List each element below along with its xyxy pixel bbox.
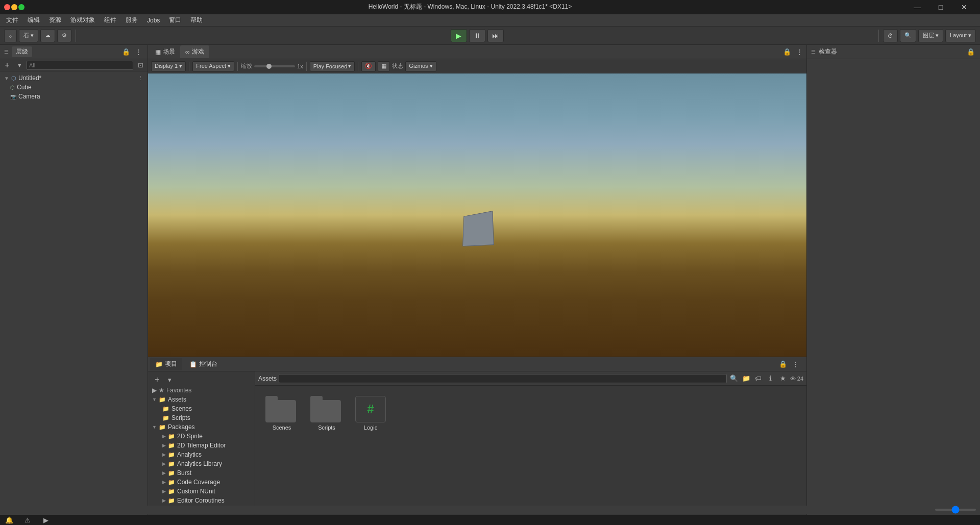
coroutines-item[interactable]: ▶ 📁 Editor Coroutines xyxy=(148,496,255,505)
menu-gameobject[interactable]: 游戏对象 xyxy=(66,15,99,26)
assets-content: Scenes Scripts # Logic xyxy=(255,386,806,525)
pivot-tool[interactable]: 石 ▾ xyxy=(19,29,38,42)
hierarchy-more-btn[interactable]: ⋮ xyxy=(133,47,143,57)
assets-search-icon[interactable]: 🔍 xyxy=(729,373,739,384)
hierarchy-search-icon[interactable]: ⊡ xyxy=(135,60,145,70)
menu-jobs[interactable]: Jobs xyxy=(143,16,164,25)
project-tab[interactable]: 📁 项目 xyxy=(150,358,182,370)
window-title: HelloWorld - 无标题 - Windows, Mac, Linux -… xyxy=(35,3,905,11)
hierarchy-toolbar: + ▾ ⊡ xyxy=(0,59,148,71)
assets-path-label: Assets xyxy=(258,375,277,382)
tilemap-arrow: ▶ xyxy=(162,443,166,448)
game-more-btn[interactable]: ⋮ xyxy=(794,47,804,57)
sprite-arrow: ▶ xyxy=(162,434,166,439)
game-tab[interactable]: ∞ 游戏 xyxy=(180,45,209,58)
status-bell-icon[interactable]: 🔔 xyxy=(4,515,14,526)
coverage-item[interactable]: ▶ 📁 Code Coverage xyxy=(148,478,255,487)
pause-button[interactable]: ⏸ xyxy=(469,29,485,42)
menu-services[interactable]: 服务 xyxy=(121,15,142,26)
hierarchy-tab[interactable]: 层级 xyxy=(12,46,32,57)
layout-btn[interactable]: Layout ▾ xyxy=(945,29,976,42)
step-button[interactable]: ⏭ xyxy=(487,29,504,42)
play-button[interactable]: ▶ xyxy=(451,29,467,42)
bottom-lock-btn[interactable]: 🔒 xyxy=(778,359,788,369)
asset-scenes[interactable]: Scenes xyxy=(263,394,300,433)
asset-logic[interactable]: # Logic xyxy=(353,394,388,433)
assets-folder-icon: 📁 xyxy=(159,396,166,403)
burst-item[interactable]: ▶ 📁 Burst xyxy=(148,468,255,478)
status-warning-icon[interactable]: ⚠ xyxy=(22,515,33,526)
mute-btn[interactable]: 🔇 xyxy=(361,61,376,71)
console-tab[interactable]: 📋 控制台 xyxy=(184,358,223,370)
maximize-button[interactable]: □ xyxy=(929,0,952,14)
inspector-lock-btn[interactable]: 🔒 xyxy=(966,47,976,57)
assets-path: Assets xyxy=(258,375,277,382)
sprite-item[interactable]: ▶ 📁 2D Sprite xyxy=(148,432,255,441)
add-asset-btn[interactable]: + xyxy=(152,374,162,385)
menu-help[interactable]: 帮助 xyxy=(186,15,207,26)
coverage-arrow: ▶ xyxy=(162,480,166,485)
coverage-folder-icon: 📁 xyxy=(168,479,175,486)
menu-edit[interactable]: 编辑 xyxy=(23,15,44,26)
assets-folder-btn[interactable]: 📁 xyxy=(741,373,751,384)
scripts-item[interactable]: 📁 Scripts xyxy=(148,413,255,422)
asset-scripts[interactable]: Scripts xyxy=(308,394,345,433)
burst-folder-icon: 📁 xyxy=(168,470,175,477)
layers-btn[interactable]: 图层 ▾ xyxy=(918,29,943,42)
close-button[interactable]: ✕ xyxy=(952,0,976,14)
project-panel: + ▾ ▶ ★ Favorites ▼ 📁 Assets 📁 xyxy=(148,371,255,525)
cube-face-back xyxy=(462,211,494,246)
assets-label: Assets xyxy=(168,396,186,403)
nunit-item[interactable]: ▶ 📁 Custom NUnit xyxy=(148,487,255,496)
menu-assets[interactable]: 资源 xyxy=(45,15,65,26)
assets-tag-btn[interactable]: 🏷 xyxy=(753,373,764,384)
settings-btn[interactable]: ⚙ xyxy=(57,29,71,42)
analytics-item[interactable]: ▶ 📁 Analytics xyxy=(148,450,255,459)
hierarchy-search[interactable] xyxy=(27,61,133,70)
menu-file[interactable]: 文件 xyxy=(2,15,22,26)
scripts-folder-asset xyxy=(310,396,343,422)
favorites-item[interactable]: ▶ ★ Favorites xyxy=(148,386,255,395)
scene-more-btn[interactable]: ⋮ xyxy=(138,75,143,82)
add-object-btn[interactable]: + xyxy=(2,60,12,70)
game-tabs: ▦ 场景 ∞ 游戏 🔒 ⋮ xyxy=(148,45,806,59)
scenes-item[interactable]: 📁 Scenes xyxy=(148,404,255,413)
project-arrow-btn[interactable]: ▾ xyxy=(164,374,175,385)
hierarchy-scene[interactable]: ▼ ⬡ Untitled* ⋮ xyxy=(0,73,148,83)
analytics-lib-item[interactable]: ▶ 📁 Analytics Library xyxy=(148,459,255,468)
display-btn[interactable]: Display 1 ▾ xyxy=(151,61,186,71)
assets-star-btn[interactable]: ★ xyxy=(778,373,788,384)
undo-history-btn[interactable]: ⏱ xyxy=(883,29,898,42)
gizmos-btn[interactable]: Gizmos ▾ xyxy=(405,61,436,71)
assets-root[interactable]: ▼ 📁 Assets xyxy=(148,395,255,404)
menu-component[interactable]: 组件 xyxy=(100,15,120,26)
assets-info-btn[interactable]: ℹ xyxy=(766,373,776,384)
favorites-star: ★ xyxy=(159,387,164,394)
hierarchy-cube[interactable]: ⬡ Cube xyxy=(0,83,148,92)
packages-root[interactable]: ▼ 📁 Packages xyxy=(148,422,255,432)
hierarchy-arrow-btn[interactable]: ▾ xyxy=(14,60,24,70)
bottom-more-btn[interactable]: ⋮ xyxy=(790,359,800,369)
cloud-btn[interactable]: ☁ xyxy=(40,29,55,42)
search-btn[interactable]: 🔍 xyxy=(900,29,916,42)
tilemap-item[interactable]: ▶ 📁 2D Tilemap Editor xyxy=(148,441,255,450)
hierarchy-lock-btn[interactable]: 🔒 xyxy=(121,47,131,57)
hierarchy-panel: ☰ 层级 🔒 ⋮ + ▾ ⊡ ▼ ⬡ Untitled* ⋮ ⬡ Cube xyxy=(0,45,148,525)
menu-window[interactable]: 窗口 xyxy=(165,15,185,26)
play-focused-btn[interactable]: Play Focused ▾ xyxy=(310,61,355,71)
minimize-button[interactable]: — xyxy=(905,0,929,14)
hierarchy-camera[interactable]: 📷 Camera xyxy=(0,92,148,101)
zoom-slider[interactable] xyxy=(254,65,295,67)
status-play-icon[interactable]: ▶ xyxy=(41,515,51,526)
transform-tool[interactable]: ⬦ xyxy=(4,29,17,42)
scene-tab[interactable]: ▦ 场景 xyxy=(150,45,180,58)
stats-btn[interactable]: ▦ xyxy=(378,61,390,71)
zoom-value: 1x xyxy=(297,63,303,69)
scene-icon: ⬡ xyxy=(11,75,16,82)
play-focused-label: Play Focused xyxy=(313,63,348,69)
game-toolbar-sep4 xyxy=(358,62,358,71)
aspect-btn[interactable]: Free Aspect ▾ xyxy=(192,61,234,71)
assets-search-input[interactable] xyxy=(279,374,727,383)
scene-name: Untitled* xyxy=(18,74,41,82)
game-lock-btn[interactable]: 🔒 xyxy=(782,47,792,57)
